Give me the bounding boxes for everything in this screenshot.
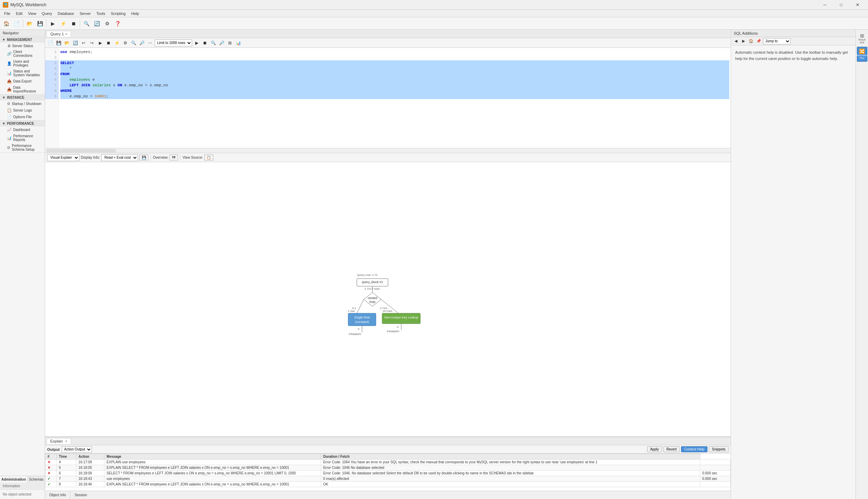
tab-administration[interactable]: Administration <box>0 476 28 483</box>
execution-plan-btn[interactable]: 🔀 Execution Plan <box>857 47 867 62</box>
sa-forward-btn[interactable]: ▶ <box>740 38 747 45</box>
sa-pin-btn[interactable]: 📌 <box>755 38 762 45</box>
nav-performance-schema[interactable]: ⚙ Performance Schema Setup <box>0 143 45 152</box>
instance-collapse-icon[interactable]: ▼ <box>2 96 6 99</box>
display-info-select[interactable]: Read + Eval cost <box>101 154 138 161</box>
view-source-btn[interactable]: 📋 <box>204 155 213 160</box>
menu-edit[interactable]: Edit <box>13 11 25 16</box>
q-btn-save[interactable]: 💾 <box>55 39 62 47</box>
q-btn-refresh[interactable]: 🔄 <box>71 39 79 47</box>
toolbar-settings[interactable]: ⚙ <box>102 19 112 28</box>
action-output-select[interactable]: Action Output <box>62 446 92 453</box>
apply-button[interactable]: Apply <box>647 446 662 452</box>
q-btn-search[interactable]: 🔍 <box>130 39 137 47</box>
nav-startup-shutdown[interactable]: ⚙ Startup / Shutdown <box>0 100 45 107</box>
save-diagram-btn[interactable]: 💾 <box>139 155 148 160</box>
cell-num: 6 <box>57 471 76 476</box>
menu-scripting[interactable]: Scripting <box>108 11 129 16</box>
nav-data-import[interactable]: 📥 Data Import/Restore <box>0 85 45 94</box>
nav-server-logs[interactable]: 📋 Server Logs <box>0 107 45 114</box>
toolbar-save[interactable]: 💾 <box>35 19 45 28</box>
result-grid-icon: ⊞ <box>860 33 864 38</box>
visual-explain-select[interactable]: Visual Explain <box>47 154 79 161</box>
nav-status-variables[interactable]: 📊 Status and System Variables <box>0 68 45 78</box>
sa-home-btn[interactable]: 🏠 <box>748 38 755 45</box>
q-btn-stop2[interactable]: ⏹ <box>201 39 209 47</box>
sa-back-btn[interactable]: ◀ <box>732 38 739 45</box>
cell-message: Error Code: 1046 No database selected <box>321 465 700 471</box>
menu-server[interactable]: Server <box>77 11 93 16</box>
toolbar-new-connection[interactable]: 🏠 <box>1 19 11 28</box>
result-grid-btn[interactable]: ⊞ Result Grid <box>857 31 867 46</box>
q-btn-execute[interactable]: ▶ <box>96 39 104 47</box>
object-info-tab[interactable]: Object Info <box>45 491 70 499</box>
maximize-button[interactable]: □ <box>833 0 849 10</box>
q-btn-zoom[interactable]: 🔎 <box>138 39 146 47</box>
minimize-button[interactable]: ─ <box>817 0 833 10</box>
menu-tools[interactable]: Tools <box>94 11 108 16</box>
nav-users-privileges[interactable]: 👤 Users and Privileges <box>0 59 45 68</box>
col-time: Time <box>57 454 76 459</box>
toolbar-new-query[interactable]: 📄 <box>12 19 22 28</box>
overview-btn[interactable]: 🗺 <box>170 155 178 160</box>
toolbar-inspect[interactable]: 🔍 <box>81 19 91 28</box>
nav-server-status[interactable]: 🖥 Server Status <box>0 43 45 49</box>
q-btn-grid[interactable]: ⊞ <box>226 39 234 47</box>
q-btn-zoom2[interactable]: 🔎 <box>218 39 225 47</box>
nav-performance-reports[interactable]: 📊 Performance Reports <box>0 133 45 143</box>
performance-collapse-icon[interactable]: ▼ <box>2 122 6 125</box>
toolbar-run[interactable]: ▶ <box>48 19 58 28</box>
menu-help[interactable]: Help <box>128 11 142 16</box>
explain-tab[interactable]: Explain × <box>46 438 71 444</box>
toolbar-stop[interactable]: ⏹ <box>69 19 78 28</box>
jump-to-select[interactable]: Jump to <box>763 38 791 44</box>
management-collapse-icon[interactable]: ▼ <box>2 38 6 42</box>
nav-client-connections[interactable]: 🔗 Client Connections <box>0 49 45 59</box>
menu-database[interactable]: Database <box>55 11 77 16</box>
q-btn-undo[interactable]: ↩ <box>80 39 87 47</box>
query-tab-close[interactable]: × <box>65 32 67 36</box>
q-btn-export[interactable]: 📊 <box>234 39 242 47</box>
server-status-icon: 🖥 <box>7 44 11 48</box>
toolbar-help[interactable]: ❓ <box>113 19 122 28</box>
q-btn-open[interactable]: 📂 <box>63 39 71 47</box>
q-btn-inspect[interactable]: 🔍 <box>209 39 217 47</box>
q-btn-more[interactable]: ⋯ <box>146 39 154 47</box>
query-toolbar: 📄 💾 📂 🔄 ↩ ↪ ▶ ⏹ ⚡ ⚙ 🔍 🔎 ⋯ Limit to 1000 … <box>45 38 731 48</box>
limit-rows-select[interactable]: Limit to 1000 rows <box>155 40 192 46</box>
execution-plan-icon: 🔀 <box>859 49 865 54</box>
right-panel: SQL Additions ◀ ▶ 🏠 📌 Jump to Automatic … <box>731 30 856 499</box>
toolbar-refresh[interactable]: 🔄 <box>92 19 102 28</box>
menu-file[interactable]: File <box>1 11 13 16</box>
nav-data-export[interactable]: 📤 Data Export <box>0 78 45 85</box>
close-button[interactable]: ✕ <box>850 0 865 10</box>
tab-schemas[interactable]: Schemas <box>28 476 45 483</box>
q-btn-new[interactable]: 📄 <box>46 39 54 47</box>
q-btn-execute2[interactable]: ▶ <box>193 39 200 47</box>
line-num-4: 4 <box>45 66 59 71</box>
nav-options-file[interactable]: 📄 Options File <box>0 114 45 120</box>
window-controls: ─ □ ✕ <box>817 0 865 10</box>
revert-button[interactable]: Revert <box>663 446 680 452</box>
nav-dashboard[interactable]: 📈 Dashboard <box>0 126 45 133</box>
sql-code-area[interactable]: use employees; SELECT * FROM employees e… <box>59 48 731 148</box>
context-help-button[interactable]: Context Help <box>681 446 707 452</box>
toolbar-open[interactable]: 📂 <box>25 19 34 28</box>
session-tab[interactable]: Session <box>70 491 91 499</box>
toolbar-run-selection[interactable]: ⚡ <box>58 19 68 28</box>
output-table-body: ✕ 4 16:17:09 EXPLAIN use employees Error… <box>45 459 731 487</box>
q-btn-redo[interactable]: ↪ <box>88 39 96 47</box>
sql-line-1: use employees; <box>60 49 729 55</box>
cell-action: EXPLAIN SELECT * FROM employees e LEFT J… <box>104 482 321 487</box>
snippets-button[interactable]: Snippets <box>709 446 729 452</box>
toolbar-separator-1 <box>23 19 23 28</box>
info-panel-header: Information <box>0 483 45 490</box>
query-tab-1[interactable]: Query 1 × <box>46 31 71 37</box>
explain-tab-close[interactable]: × <box>65 439 67 443</box>
horizontal-scrollbar[interactable] <box>45 148 731 153</box>
q-btn-stop[interactable]: ⏹ <box>105 39 112 47</box>
q-btn-explain[interactable]: ⚡ <box>113 39 121 47</box>
q-btn-format[interactable]: ⚙ <box>121 39 129 47</box>
menu-query[interactable]: Query <box>39 11 55 16</box>
menu-view[interactable]: View <box>25 11 39 16</box>
